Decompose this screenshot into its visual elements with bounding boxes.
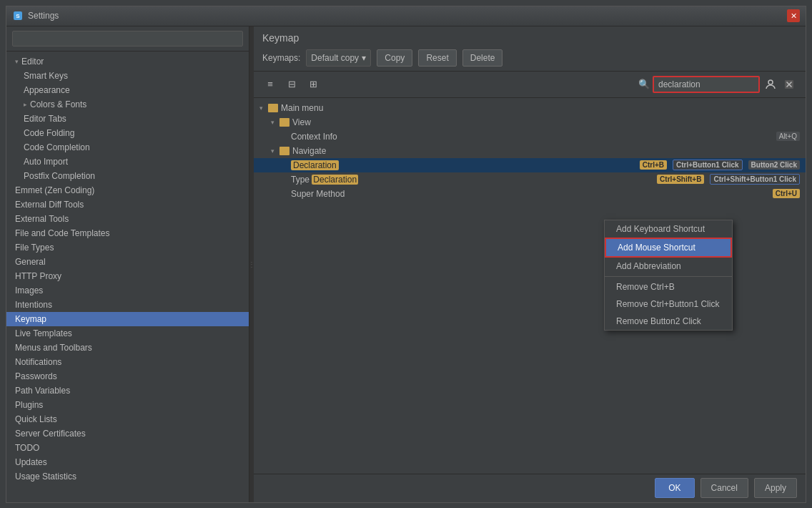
filter-clear-icon[interactable] bbox=[781, 77, 797, 92]
sidebar-item-file-types[interactable]: File Types bbox=[6, 240, 249, 255]
sidebar-item-colors-fonts[interactable]: Colors & Fonts bbox=[6, 97, 249, 112]
sidebar-item-intentions[interactable]: Intentions bbox=[6, 298, 249, 312]
sidebar-item-plugins[interactable]: Plugins bbox=[6, 398, 249, 412]
sidebar-item-server-certificates[interactable]: Server Certificates bbox=[6, 426, 249, 441]
expand-button[interactable]: ⊟ bbox=[284, 77, 299, 92]
ctrl-shift-b-badge: Ctrl+Shift+B bbox=[657, 175, 704, 184]
arrow-navigate: ▾ bbox=[271, 147, 279, 155]
sidebar-item-menus-toolbars[interactable]: Menus and Toolbars bbox=[6, 341, 249, 355]
sidebar-item-external-diff-tools[interactable]: External Diff Tools bbox=[6, 197, 249, 212]
sidebar-item-updates[interactable]: Updates bbox=[6, 455, 249, 469]
sidebar-item-external-tools[interactable]: External Tools bbox=[6, 212, 249, 226]
filter-user-icon[interactable] bbox=[763, 77, 778, 92]
reset-button[interactable]: Reset bbox=[418, 49, 456, 67]
titlebar: S Settings ✕ bbox=[6, 6, 806, 26]
window-title: Settings bbox=[28, 11, 787, 21]
svg-text:S: S bbox=[16, 13, 20, 19]
ok-button[interactable]: OK bbox=[655, 478, 694, 498]
ctrl-shift-button1-badge: Ctrl+Shift+Button1 Click bbox=[710, 174, 800, 185]
copy-button[interactable]: Copy bbox=[377, 49, 412, 67]
sidebar-item-postfix-completion[interactable]: Postfix Completion bbox=[6, 169, 249, 183]
sidebar-item-editor[interactable]: Editor bbox=[6, 54, 249, 69]
sidebar-item-todo[interactable]: TODO bbox=[6, 441, 249, 455]
content-area: 🔍 Editor Smart Keys Appearance bbox=[6, 26, 806, 502]
sidebar-item-general[interactable]: General bbox=[6, 255, 249, 269]
button2-badge: Button2 Click bbox=[748, 160, 800, 170]
tree-item-context-info[interactable]: Context Info Alt+Q bbox=[254, 130, 806, 144]
sidebar-search-box: 🔍 bbox=[6, 26, 249, 52]
tree-item-main-menu[interactable]: ▾ Main menu bbox=[254, 101, 806, 115]
arrow-view: ▾ bbox=[271, 119, 279, 126]
footer: OK Cancel Apply bbox=[254, 474, 806, 502]
dropdown-arrow-icon: ▾ bbox=[362, 53, 366, 63]
panel-title: Keymap bbox=[262, 32, 797, 44]
expand-arrow-colors bbox=[24, 101, 27, 108]
type-declaration-label: Type Declaration bbox=[291, 175, 358, 185]
tree-item-navigate[interactable]: ▾ Navigate bbox=[254, 144, 806, 158]
label: Colors & Fonts bbox=[30, 99, 86, 109]
sidebar-item-smart-keys[interactable]: Smart Keys bbox=[6, 69, 249, 83]
context-menu-add-mouse[interactable]: Add Mouse Shortcut bbox=[605, 238, 732, 258]
arrow-main-menu: ▾ bbox=[259, 104, 268, 112]
tree-item-type-declaration[interactable]: Type Declaration Ctrl+Shift+B Ctrl+Shift… bbox=[254, 172, 806, 187]
apply-button[interactable]: Apply bbox=[754, 478, 797, 498]
expand-arrow bbox=[15, 58, 19, 65]
tree-area: ▾ Main menu ▾ View bbox=[254, 98, 806, 474]
settings-button[interactable]: ⊞ bbox=[305, 77, 321, 92]
keymap-row: Keymaps: Default copy ▾ Copy Reset Delet… bbox=[262, 49, 797, 67]
svg-rect-6 bbox=[268, 104, 278, 112]
sidebar-item-label: Editor bbox=[21, 57, 44, 67]
filter-search-icon: 🔍 bbox=[638, 79, 650, 89]
navigate-label: Navigate bbox=[292, 146, 800, 156]
context-menu-remove-ctrl-btn1[interactable]: Remove Ctrl+Button1 Click bbox=[605, 295, 732, 313]
settings-window: S Settings ✕ 🔍 Editor Sm bbox=[6, 6, 806, 503]
type-declaration-shortcuts: Ctrl+Shift+B Ctrl+Shift+Button1 Click bbox=[654, 174, 800, 185]
cancel-button[interactable]: Cancel bbox=[700, 478, 748, 498]
filter-input[interactable] bbox=[653, 76, 760, 93]
keymap-dropdown[interactable]: Default copy bbox=[311, 53, 359, 63]
sidebar-item-live-templates[interactable]: Live Templates bbox=[6, 326, 249, 341]
tree-item-view[interactable]: ▾ View bbox=[254, 115, 806, 130]
sidebar-item-images[interactable]: Images bbox=[6, 283, 249, 298]
sidebar-item-keymap[interactable]: Keymap bbox=[6, 312, 249, 326]
context-menu-add-abbreviation[interactable]: Add Abbreviation bbox=[605, 258, 732, 275]
svg-point-2 bbox=[768, 80, 773, 84]
context-menu-remove-btn2[interactable]: Remove Button2 Click bbox=[605, 313, 732, 330]
sidebar-item-http-proxy[interactable]: HTTP Proxy bbox=[6, 269, 249, 283]
sidebar-item-path-variables[interactable]: Path Variables bbox=[6, 384, 249, 398]
context-menu-add-keyboard[interactable]: Add Keyboard Shortcut bbox=[605, 220, 732, 238]
svg-rect-8 bbox=[279, 147, 289, 155]
collapse-all-button[interactable]: ≡ bbox=[262, 77, 278, 92]
sidebar-item-code-completion[interactable]: Code Completion bbox=[6, 140, 249, 155]
sidebar-item-usage-statistics[interactable]: Usage Statistics bbox=[6, 469, 249, 484]
sidebar-item-file-code-templates[interactable]: File and Code Templates bbox=[6, 226, 249, 240]
ctrl-b-badge: Ctrl+B bbox=[640, 160, 667, 170]
keymap-select[interactable]: Default copy ▾ bbox=[306, 49, 371, 67]
delete-button[interactable]: Delete bbox=[462, 49, 503, 67]
sidebar-search-input[interactable] bbox=[12, 31, 243, 47]
sidebar-item-appearance[interactable]: Appearance bbox=[6, 83, 249, 97]
filter-wrap: 🔍 bbox=[638, 76, 797, 93]
sidebar-item-auto-import[interactable]: Auto Import bbox=[6, 155, 249, 169]
search-wrap: 🔍 bbox=[12, 31, 243, 47]
declaration-label: Declaration bbox=[291, 160, 339, 170]
sidebar-item-passwords[interactable]: Passwords bbox=[6, 369, 249, 384]
context-info-label: Context Info bbox=[291, 132, 776, 142]
app-icon: S bbox=[12, 10, 24, 21]
sidebar-item-notifications[interactable]: Notifications bbox=[6, 355, 249, 369]
sidebar-item-editor-tabs[interactable]: Editor Tabs bbox=[6, 112, 249, 126]
sidebar-item-emmet[interactable]: Emmet (Zen Coding) bbox=[6, 183, 249, 197]
main-menu-label: Main menu bbox=[281, 103, 800, 113]
sidebar-item-code-folding[interactable]: Code Folding bbox=[6, 126, 249, 140]
alt-q-badge: Alt+Q bbox=[776, 132, 800, 141]
super-method-shortcuts: Ctrl+U bbox=[770, 189, 800, 198]
ctrl-button1-badge: Ctrl+Button1 Click bbox=[673, 160, 743, 170]
declaration-shortcuts: Ctrl+B Ctrl+Button1 Click Button2 Click bbox=[637, 160, 800, 170]
keymaps-label: Keymaps: bbox=[262, 53, 300, 63]
close-button[interactable]: ✕ bbox=[787, 9, 800, 22]
tree-item-declaration[interactable]: Declaration Ctrl+B Ctrl+Button1 Click Bu… bbox=[254, 158, 806, 172]
context-menu-remove-ctrl-b[interactable]: Remove Ctrl+B bbox=[605, 278, 732, 295]
sidebar-item-quick-lists[interactable]: Quick Lists bbox=[6, 412, 249, 426]
type-declaration-highlight: Declaration bbox=[312, 175, 358, 185]
tree-item-super-method[interactable]: Super Method Ctrl+U bbox=[254, 187, 806, 201]
